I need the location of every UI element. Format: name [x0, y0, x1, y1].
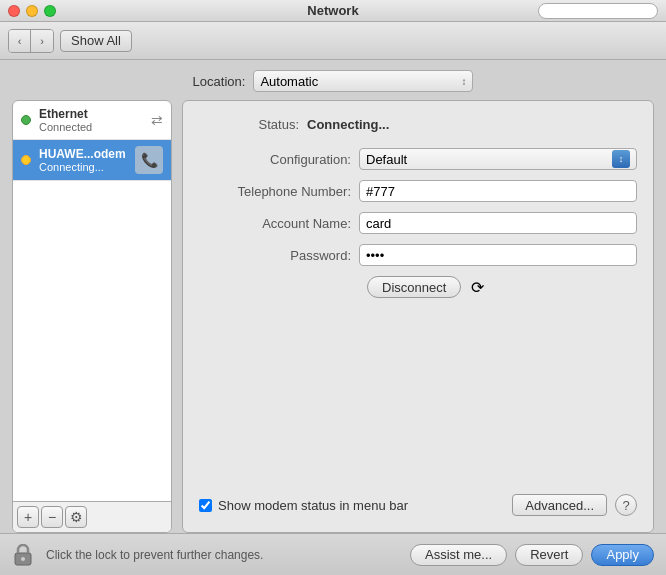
password-row: Password: — [199, 244, 637, 266]
location-select[interactable]: Automatic ↕ — [253, 70, 473, 92]
configuration-select[interactable]: Default ↕ — [359, 148, 637, 170]
apply-button[interactable]: Apply — [591, 544, 654, 566]
account-label: Account Name: — [199, 216, 359, 231]
huawei-status-dot — [21, 155, 31, 165]
show-modem-checkbox[interactable] — [199, 499, 212, 512]
back-button[interactable]: ‹ — [9, 30, 31, 52]
phone-input[interactable] — [359, 180, 637, 202]
password-label: Password: — [199, 248, 359, 263]
close-button[interactable] — [8, 5, 20, 17]
show-modem-label: Show modem status in menu bar — [218, 498, 408, 513]
main-content: Location: Automatic ↕ Ethernet Connected… — [0, 60, 666, 575]
gear-button[interactable]: ⚙ — [65, 506, 87, 528]
show-all-button[interactable]: Show All — [60, 30, 132, 52]
configuration-arrows-icon: ↕ — [612, 150, 630, 168]
configuration-row: Configuration: Default ↕ — [199, 148, 637, 170]
show-modem-checkbox-label[interactable]: Show modem status in menu bar — [199, 498, 408, 513]
revert-button[interactable]: Revert — [515, 544, 583, 566]
assist-button[interactable]: Assist me... — [410, 544, 507, 566]
titlebar-right — [538, 3, 658, 19]
sidebar: Ethernet Connected ⇄ HUAWE...odem Connec… — [12, 100, 172, 533]
account-row: Account Name: — [199, 212, 637, 234]
account-input[interactable] — [359, 212, 637, 234]
lock-description: Click the lock to prevent further change… — [42, 548, 402, 562]
maximize-button[interactable] — [44, 5, 56, 17]
ethernet-status-dot — [21, 115, 31, 125]
sidebar-spacer — [13, 181, 171, 501]
toolbar: ‹ › Show All — [0, 22, 666, 60]
location-value: Automatic — [260, 74, 318, 89]
status-row: Status: Connecting... — [199, 117, 637, 132]
right-panel: Status: Connecting... Configuration: Def… — [182, 100, 654, 533]
configuration-label: Configuration: — [199, 152, 359, 167]
location-arrows-icon: ↕ — [461, 76, 466, 87]
traffic-lights — [8, 5, 56, 17]
add-button[interactable]: + — [17, 506, 39, 528]
lock-svg — [14, 544, 32, 566]
titlebar: Network — [0, 0, 666, 22]
loading-spinner-icon: ⟳ — [471, 278, 484, 297]
phone-icon: 📞 — [135, 146, 163, 174]
lock-icon[interactable] — [12, 543, 34, 567]
body-area: Ethernet Connected ⇄ HUAWE...odem Connec… — [0, 100, 666, 533]
svg-point-1 — [21, 557, 25, 561]
password-input[interactable] — [359, 244, 637, 266]
sidebar-item-ethernet[interactable]: Ethernet Connected ⇄ — [13, 101, 171, 140]
ethernet-arrows-icon: ⇄ — [151, 112, 163, 128]
sidebar-buttons: + − ⚙ — [13, 501, 171, 532]
phone-row: Telephone Number: — [199, 180, 637, 202]
nav-buttons: ‹ › — [8, 29, 54, 53]
phone-label: Telephone Number: — [199, 184, 359, 199]
search-input[interactable] — [538, 3, 658, 19]
disconnect-button[interactable]: Disconnect — [367, 276, 461, 298]
window-title: Network — [307, 3, 358, 18]
huawei-name: HUAWE...odem — [39, 147, 127, 161]
panel-spacer — [199, 314, 637, 494]
status-label: Status: — [199, 117, 299, 132]
bottom-bar: Click the lock to prevent further change… — [0, 533, 666, 575]
sidebar-item-huawei[interactable]: HUAWE...odem Connecting... 📞 — [13, 140, 171, 181]
bottom-buttons: Assist me... Revert Apply — [410, 544, 654, 566]
forward-button[interactable]: › — [31, 30, 53, 52]
help-button[interactable]: ? — [615, 494, 637, 516]
location-bar: Location: Automatic ↕ — [0, 60, 666, 100]
disconnect-row: Disconnect ⟳ — [199, 276, 637, 298]
configuration-value: Default — [366, 152, 407, 167]
status-value: Connecting... — [307, 117, 389, 132]
minimize-button[interactable] — [26, 5, 38, 17]
location-label: Location: — [193, 74, 246, 89]
advanced-button[interactable]: Advanced... — [512, 494, 607, 516]
ethernet-name: Ethernet — [39, 107, 143, 121]
right-panel-bottom: Show modem status in menu bar Advanced..… — [199, 494, 637, 516]
huawei-status: Connecting... — [39, 161, 127, 173]
ethernet-status: Connected — [39, 121, 143, 133]
remove-button[interactable]: − — [41, 506, 63, 528]
